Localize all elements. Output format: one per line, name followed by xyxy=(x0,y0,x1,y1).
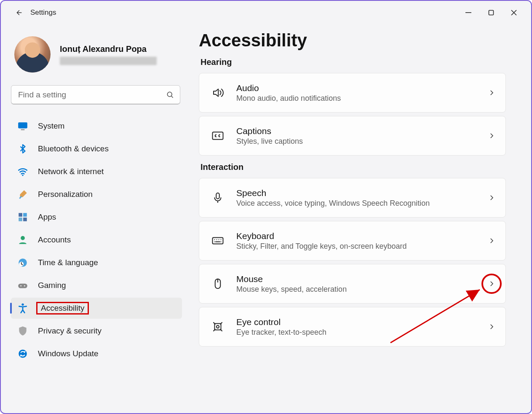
back-arrow-icon xyxy=(14,8,23,17)
close-button[interactable] xyxy=(503,4,525,21)
card-subtitle: Sticky, Filter, and Toggle keys, on-scre… xyxy=(236,242,407,251)
settings-card-speech[interactable]: SpeechVoice access, voice typing, Window… xyxy=(199,178,506,218)
svg-point-15 xyxy=(20,285,21,287)
profile-block[interactable]: Ionuț Alexandru Popa xyxy=(11,33,182,85)
svg-point-6 xyxy=(22,175,23,176)
speaker-icon xyxy=(209,84,226,101)
svg-rect-14 xyxy=(18,284,27,288)
sidebar-item-bluetooth[interactable]: Bluetooth & devices xyxy=(11,138,182,159)
svg-rect-23 xyxy=(215,324,221,330)
card-text: Eye controlEye tracker, text-to-speech xyxy=(236,317,326,337)
cc-icon xyxy=(209,127,226,144)
bluetooth-icon xyxy=(17,143,29,155)
svg-point-16 xyxy=(24,285,25,287)
profile-name: Ionuț Alexandru Popa xyxy=(60,44,157,54)
brush-icon xyxy=(17,188,29,200)
sidebar-item-accessibility[interactable]: Accessibility xyxy=(11,298,182,319)
sidebar: Ionuț Alexandru Popa SystemBluetooth & d… xyxy=(1,24,186,413)
card-subtitle: Mouse keys, speed, acceleration xyxy=(236,285,347,294)
sidebar-item-apps[interactable]: Apps xyxy=(11,207,182,228)
sidebar-item-label: Apps xyxy=(38,212,56,222)
window-controls xyxy=(457,4,525,21)
card-text: AudioMono audio, audio notifications xyxy=(236,83,341,103)
minimize-button[interactable] xyxy=(457,4,480,21)
sidebar-item-personalization[interactable]: Personalization xyxy=(11,184,182,205)
titlebar: Settings xyxy=(1,1,531,24)
card-title: Eye control xyxy=(236,317,326,327)
sidebar-item-privacy[interactable]: Privacy & security xyxy=(11,320,182,341)
maximize-button[interactable] xyxy=(480,4,503,21)
sidebar-item-system[interactable]: System xyxy=(11,116,182,137)
card-title: Keyboard xyxy=(236,231,407,241)
sidebar-item-accounts[interactable]: Accounts xyxy=(11,229,182,250)
page-title: Accessibility xyxy=(199,30,506,51)
wifi-icon xyxy=(17,166,29,177)
card-subtitle: Mono audio, audio notifications xyxy=(236,94,341,103)
card-text: KeyboardSticky, Filter, and Toggle keys,… xyxy=(236,231,407,251)
card-title: Mouse xyxy=(236,274,347,284)
svg-rect-20 xyxy=(216,193,219,199)
settings-card-eye[interactable]: Eye controlEye tracker, text-to-speech xyxy=(199,307,506,347)
svg-rect-0 xyxy=(465,12,471,13)
chevron-right-icon xyxy=(488,323,495,331)
avatar xyxy=(14,36,51,73)
sidebar-item-gaming[interactable]: Gaming xyxy=(11,275,182,296)
apps-icon xyxy=(17,211,29,223)
svg-rect-9 xyxy=(19,218,22,221)
card-title: Speech xyxy=(236,188,430,198)
sidebar-item-update[interactable]: Windows Update xyxy=(11,343,182,364)
card-text: MouseMouse keys, speed, acceleration xyxy=(236,274,347,294)
sidebar-item-label: Privacy & security xyxy=(38,326,102,336)
accessibility-icon xyxy=(17,302,29,314)
svg-rect-1 xyxy=(489,11,494,15)
person-icon xyxy=(17,234,29,246)
back-button[interactable] xyxy=(10,4,27,21)
svg-rect-19 xyxy=(213,132,223,140)
section-heading: Interaction xyxy=(201,162,506,172)
search-icon xyxy=(166,91,174,99)
svg-rect-5 xyxy=(21,129,25,130)
svg-rect-21 xyxy=(213,238,223,244)
svg-point-2 xyxy=(167,92,172,97)
chevron-right-icon xyxy=(488,89,495,97)
sidebar-item-label: Network & internet xyxy=(38,167,104,176)
svg-point-18 xyxy=(19,349,27,358)
window-title: Settings xyxy=(30,8,56,17)
profile-email-redacted xyxy=(60,56,157,65)
sidebar-item-network[interactable]: Network & internet xyxy=(11,161,182,182)
clock-globe-icon xyxy=(17,257,29,269)
sidebar-item-label: Personalization xyxy=(38,190,93,199)
monitor-icon xyxy=(17,120,29,132)
svg-point-17 xyxy=(21,304,24,306)
minimize-icon xyxy=(465,10,471,16)
settings-card-keyboard[interactable]: KeyboardSticky, Filter, and Toggle keys,… xyxy=(199,221,506,261)
maximize-icon xyxy=(488,10,494,16)
annotation-highlight: Accessibility xyxy=(36,302,89,315)
keyboard-icon xyxy=(209,232,226,249)
search-input[interactable] xyxy=(11,85,180,105)
search-box[interactable] xyxy=(11,85,180,105)
svg-rect-3 xyxy=(18,122,27,128)
eye-icon xyxy=(209,318,226,335)
sidebar-item-label: Gaming xyxy=(38,281,66,290)
chevron-right-icon xyxy=(488,280,495,288)
svg-point-11 xyxy=(21,236,25,240)
sidebar-item-label: Accounts xyxy=(38,235,71,245)
mic-icon xyxy=(209,189,226,206)
card-title: Audio xyxy=(236,83,341,93)
chevron-right-icon xyxy=(488,132,495,140)
sidebar-item-label: System xyxy=(38,121,64,131)
card-subtitle: Eye tracker, text-to-speech xyxy=(236,328,326,337)
mouse-icon xyxy=(209,275,226,292)
svg-rect-8 xyxy=(23,213,27,217)
settings-card-mouse[interactable]: MouseMouse keys, speed, acceleration xyxy=(199,264,506,304)
svg-rect-7 xyxy=(19,213,22,217)
card-subtitle: Voice access, voice typing, Windows Spee… xyxy=(236,199,430,208)
svg-point-24 xyxy=(217,325,219,328)
sidebar-item-label: Windows Update xyxy=(38,349,99,358)
card-title: Captions xyxy=(236,126,303,136)
settings-card-captions[interactable]: CaptionsStyles, live captions xyxy=(199,116,506,156)
settings-card-audio[interactable]: AudioMono audio, audio notifications xyxy=(199,73,506,113)
sidebar-item-time[interactable]: Time & language xyxy=(11,252,182,273)
shield-icon xyxy=(17,325,29,337)
